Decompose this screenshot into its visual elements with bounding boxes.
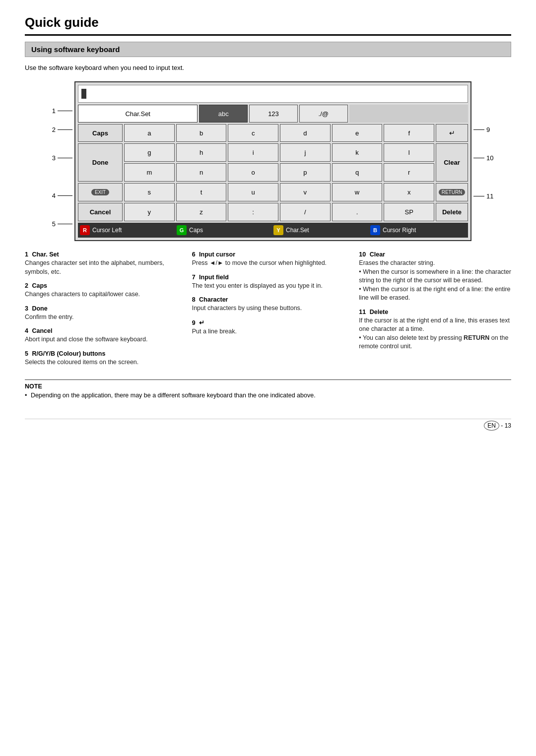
key-i2[interactable]: i <box>228 143 278 162</box>
nav-caps-label: Caps <box>189 227 203 234</box>
badge-y: Y <box>273 225 283 235</box>
left-callouts-area: 1 2 3 4 5 <box>25 81 74 233</box>
section-header: Using software keyboard <box>25 42 511 57</box>
nav-charset[interactable]: Y Char.Set <box>273 225 369 235</box>
key-f2[interactable]: f <box>384 124 434 142</box>
desc-8: 8 Character Input characters by using th… <box>192 296 344 313</box>
page-num-text: - 13 <box>501 422 511 429</box>
key-h2[interactable]: h <box>176 143 227 162</box>
desc-7-title: Input field <box>199 274 229 281</box>
key-slash[interactable]: / <box>280 203 331 221</box>
key-p2[interactable]: p <box>280 163 331 182</box>
return-pill[interactable]: RETURN <box>439 189 466 195</box>
desc-1-num: 1 <box>25 251 28 258</box>
key-x2[interactable]: x <box>384 183 434 201</box>
spacer-charset <box>349 105 468 123</box>
desc-4-title: Cancel <box>32 327 52 334</box>
badge-b: B <box>370 225 380 235</box>
key-sp[interactable]: SP <box>384 203 434 221</box>
badge-r: R <box>80 225 90 235</box>
key-colon[interactable]: : <box>228 203 278 221</box>
desc-1-title: Char. Set <box>32 251 59 258</box>
cancel-btn[interactable]: Cancel <box>78 203 123 221</box>
stuvwx-yz-cols: s t u v w x y z : / . SP <box>124 183 434 221</box>
key-n2[interactable]: n <box>176 163 227 182</box>
desc-3-body: Confirm the entry. <box>25 313 177 322</box>
desc-1-body: Changes character set into the alphabet,… <box>25 259 177 276</box>
desc-8-title: Character <box>199 296 228 303</box>
keyboard-body: Char.Set abc 123 ./@ Caps a b c d e f ↵ … <box>74 81 471 241</box>
key-k2[interactable]: k <box>332 143 383 162</box>
key-c2[interactable]: c <box>228 124 278 142</box>
desc-9: 9 ↵ Put a line break. <box>192 319 344 336</box>
desc-1: 1 Char. Set Changes character set into t… <box>25 251 177 276</box>
desc-6-num: 6 <box>192 251 196 258</box>
desc-6-title: Input cursor <box>199 251 235 258</box>
done-btn[interactable]: Done <box>78 143 123 182</box>
key-r2[interactable]: r <box>384 163 434 182</box>
key-q2[interactable]: q <box>332 163 383 182</box>
key-o2[interactable]: o <box>228 163 278 182</box>
nav-cursor-right[interactable]: B Cursor Right <box>370 225 466 235</box>
desc-8-num: 8 <box>192 296 196 303</box>
kb-row-mnopqr: m n o p q r <box>124 163 434 182</box>
key-z2[interactable]: z <box>176 203 227 221</box>
key-t2[interactable]: t <box>176 183 227 201</box>
key-j2[interactable]: j <box>280 143 331 162</box>
desc-2-title: Caps <box>32 282 47 289</box>
key-e2[interactable]: e <box>332 124 383 142</box>
note-section: NOTE • Depending on the application, the… <box>25 379 511 399</box>
kb-row-stuvwx: s t u v w x <box>124 183 434 201</box>
note-title: NOTE <box>25 383 511 390</box>
key-g2[interactable]: g <box>124 143 175 162</box>
callout-label-3: 3 <box>25 139 74 177</box>
key-a2[interactable]: a <box>124 124 175 142</box>
nav-caps[interactable]: G Caps <box>177 225 272 235</box>
mode-sym-btn[interactable]: ./@ <box>299 105 348 123</box>
key-dot[interactable]: . <box>332 203 383 221</box>
key-u2[interactable]: u <box>228 183 278 201</box>
key-b2[interactable]: b <box>176 124 227 142</box>
key-s2[interactable]: s <box>124 183 175 201</box>
cursor-indicator <box>81 89 86 99</box>
page-num-badge: EN <box>484 421 499 431</box>
nav-cursor-right-label: Cursor Right <box>383 227 416 234</box>
nav-cursor-left-label: Cursor Left <box>92 227 122 234</box>
nav-cursor-left[interactable]: R Cursor Left <box>80 225 176 235</box>
key-w2[interactable]: w <box>332 183 383 201</box>
desc-10-num: 10 <box>359 251 366 258</box>
desc-9-body: Put a line break. <box>192 327 344 336</box>
keyboard-full-layout: 1 2 3 4 5 Char.Set abc 123 ./@ <box>25 81 511 241</box>
desc-2-body: Changes characters to capital/lower case… <box>25 290 177 299</box>
desc-7-body: The text you enter is displayed as you t… <box>192 282 344 291</box>
exit-pill[interactable]: EXIT <box>91 189 109 195</box>
desc-10: 10 Clear Erases the character string. Wh… <box>359 251 511 303</box>
cancel-exit-group: EXIT Cancel <box>78 183 123 221</box>
desc-4-body: Abort input and close the software keybo… <box>25 335 177 344</box>
desc-5-title: R/G/Y/B (Colour) buttons <box>32 350 105 357</box>
desc-6: 6 Input cursor Press ◄/► to move the cur… <box>192 251 344 268</box>
key-m2[interactable]: m <box>124 163 175 182</box>
key-v2[interactable]: v <box>280 183 331 201</box>
mode-123-btn[interactable]: 123 <box>249 105 298 123</box>
key-y2[interactable]: y <box>124 203 175 221</box>
desc-col-3: 10 Clear Erases the character string. Wh… <box>359 251 511 373</box>
desc-2: 2 Caps Changes characters to capital/low… <box>25 282 177 299</box>
key-l2[interactable]: l <box>384 143 434 162</box>
desc-10-body: Erases the character string. When the cu… <box>359 259 511 303</box>
enter-btn[interactable]: ↵ <box>436 124 468 142</box>
kb-row-yz: y z : / . SP <box>124 203 434 221</box>
mode-abc-btn[interactable]: abc <box>199 105 248 123</box>
char-set-btn[interactable]: Char.Set <box>78 105 198 123</box>
clear-btn[interactable]: Clear <box>436 143 468 182</box>
delete-btn[interactable]: Delete <box>436 203 468 221</box>
callout-label-2: 2 <box>25 120 74 139</box>
kb-caps-row: Caps a b c d e f ↵ <box>78 124 468 142</box>
desc-7: 7 Input field The text you enter is disp… <box>192 274 344 291</box>
kb-charset-row: Char.Set abc 123 ./@ <box>78 105 468 123</box>
desc-11-num: 11 <box>359 309 366 315</box>
desc-4: 4 Cancel Abort input and close the softw… <box>25 327 177 344</box>
caps-btn[interactable]: Caps <box>78 124 123 142</box>
key-d2[interactable]: d <box>280 124 331 142</box>
callout-label-9: 9 <box>471 120 511 139</box>
